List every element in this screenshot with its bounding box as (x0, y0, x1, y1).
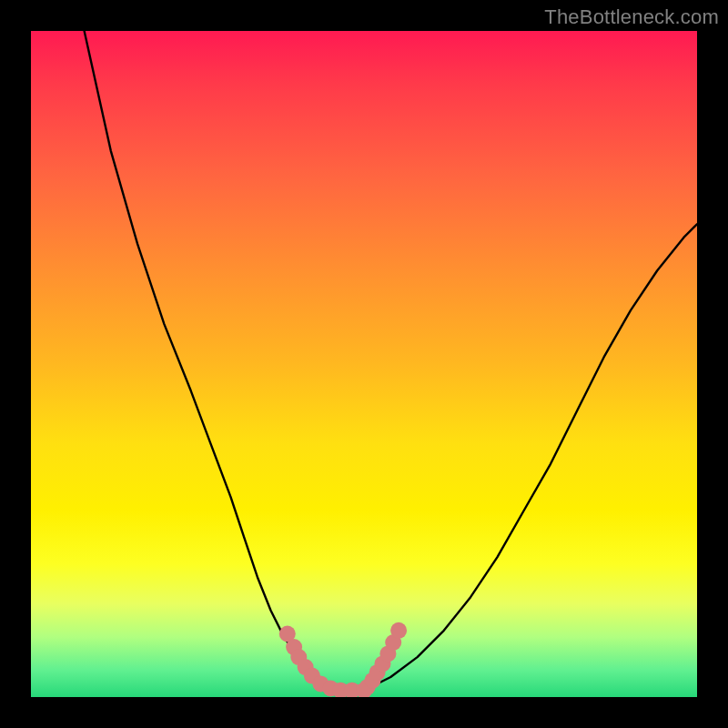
curve-layer (85, 31, 697, 693)
marker-layer (279, 622, 407, 697)
marker-dot (390, 622, 407, 639)
watermark-text: TheBottleneck.com (544, 5, 719, 29)
right-curve (364, 224, 697, 690)
outer-frame: TheBottleneck.com (0, 0, 728, 728)
left-curve (85, 31, 338, 691)
plot-area (31, 31, 697, 697)
chart-svg (31, 31, 697, 697)
